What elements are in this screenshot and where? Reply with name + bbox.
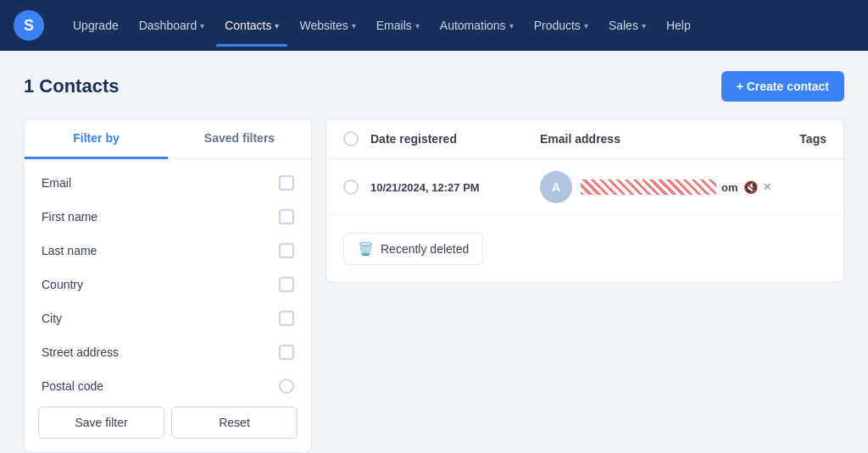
- filter-checkbox-city[interactable]: [279, 311, 294, 326]
- email-text: om 🔇 ✕: [581, 180, 771, 195]
- chevron-down-icon: ▾: [200, 21, 204, 30]
- trash-icon: 🗑️: [358, 241, 374, 257]
- filter-tabs: Filter by Saved filters: [25, 119, 311, 159]
- nav-item-products[interactable]: Products ▾: [526, 14, 597, 37]
- chevron-down-icon: ▾: [509, 21, 514, 30]
- recently-deleted-button[interactable]: 🗑️ Recently deleted: [343, 233, 483, 265]
- filter-list: Email First name Last name Country City: [25, 159, 311, 396]
- row-date: 10/21/2024, 12:27 PM: [370, 181, 540, 194]
- header-tags: Tags: [725, 132, 826, 146]
- row-check: [343, 180, 370, 195]
- contacts-panel: Date registered Email address Tags 10/21…: [326, 119, 844, 283]
- nav-item-dashboard[interactable]: Dashboard ▾: [131, 14, 214, 37]
- app-logo[interactable]: S: [14, 10, 44, 41]
- nav-item-help[interactable]: Help: [658, 14, 699, 37]
- nav-item-upgrade[interactable]: Upgrade: [64, 14, 127, 37]
- main-content: 1 Contacts + Create contact Filter by Sa…: [0, 51, 868, 453]
- filter-item-street-address[interactable]: Street address: [25, 335, 311, 369]
- email-suffix: om: [721, 181, 738, 194]
- navbar: S Upgrade Dashboard ▾ Contacts ▾ Website…: [0, 0, 868, 51]
- filter-checkbox-postal-code[interactable]: [279, 378, 294, 394]
- nav-items: Upgrade Dashboard ▾ Contacts ▾ Websites …: [64, 14, 854, 37]
- avatar: A: [540, 171, 572, 203]
- filter-item-email[interactable]: Email: [25, 166, 311, 200]
- page-title: 1 Contacts: [24, 75, 119, 97]
- chevron-down-icon: ▾: [642, 21, 646, 30]
- chevron-down-icon: ▾: [352, 21, 356, 30]
- chevron-down-icon: ▾: [275, 21, 279, 30]
- filter-checkbox-last-name[interactable]: [279, 243, 294, 258]
- content-layout: Filter by Saved filters Email First name…: [24, 119, 844, 453]
- table-row: 10/21/2024, 12:27 PM A om 🔇 ✕: [326, 159, 843, 216]
- row-select-checkbox[interactable]: [343, 180, 359, 195]
- table-header: Date registered Email address Tags: [326, 119, 843, 159]
- tab-filter-by[interactable]: Filter by: [25, 119, 168, 159]
- filter-checkbox-email[interactable]: [279, 175, 294, 191]
- filter-item-first-name[interactable]: First name: [25, 200, 311, 234]
- tab-saved-filters[interactable]: Saved filters: [168, 119, 311, 158]
- recently-deleted-section: 🗑️ Recently deleted: [326, 216, 843, 282]
- filter-item-postal-code[interactable]: Postal code: [25, 369, 311, 396]
- page-header: 1 Contacts + Create contact: [24, 71, 844, 102]
- select-all-checkbox[interactable]: [343, 131, 359, 146]
- filter-item-country[interactable]: Country: [25, 268, 311, 301]
- chevron-down-icon: ▾: [584, 21, 588, 30]
- close-icon[interactable]: ✕: [763, 181, 771, 193]
- filter-checkbox-street-address[interactable]: [279, 345, 294, 360]
- nav-item-emails[interactable]: Emails ▾: [368, 14, 428, 37]
- filter-actions: Save filter Reset: [38, 406, 298, 439]
- nav-item-websites[interactable]: Websites ▾: [291, 14, 364, 37]
- filter-item-city[interactable]: City: [25, 301, 311, 335]
- filter-panel: Filter by Saved filters Email First name…: [24, 119, 312, 453]
- row-email-cell: A om 🔇 ✕: [540, 171, 771, 203]
- nav-item-contacts[interactable]: Contacts ▾: [216, 14, 287, 37]
- reset-filter-button[interactable]: Reset: [171, 406, 298, 439]
- filter-checkbox-country[interactable]: [279, 277, 294, 292]
- header-email: Email address: [540, 132, 725, 146]
- nav-item-sales[interactable]: Sales ▾: [600, 14, 654, 37]
- create-contact-button[interactable]: + Create contact: [721, 71, 844, 102]
- header-date: Date registered: [370, 132, 540, 146]
- save-filter-button[interactable]: Save filter: [38, 406, 164, 439]
- filter-checkbox-first-name[interactable]: [279, 209, 294, 224]
- nav-item-automations[interactable]: Automations ▾: [431, 14, 522, 37]
- filter-item-last-name[interactable]: Last name: [25, 234, 311, 268]
- chevron-down-icon: ▾: [415, 21, 420, 30]
- mute-icon[interactable]: 🔇: [743, 180, 758, 194]
- header-check-col: [343, 131, 370, 146]
- email-redacted-part: [581, 180, 716, 195]
